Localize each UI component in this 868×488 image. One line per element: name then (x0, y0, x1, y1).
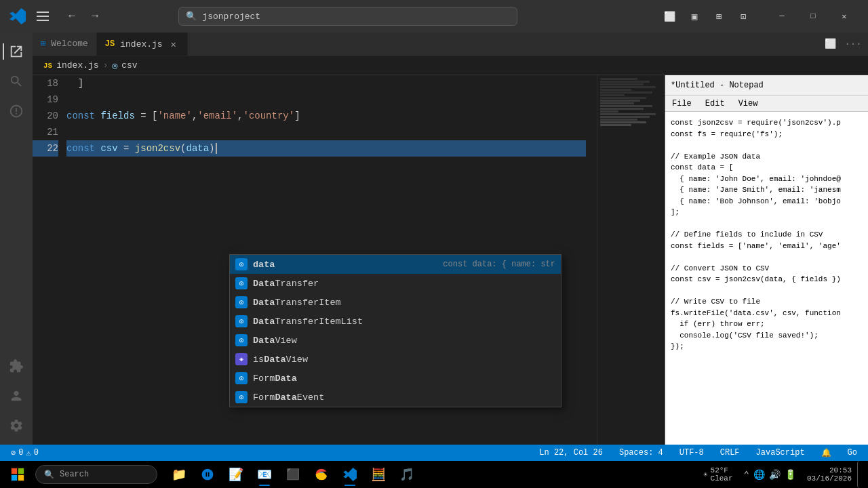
error-count: 0 (18, 448, 23, 458)
breadcrumb-symbol-icon: ◎ (112, 60, 117, 71)
close-button[interactable]: ✕ (829, 0, 860, 33)
notepad-view-menu[interactable]: View (732, 96, 765, 111)
taskbar-spotify[interactable]: 🎵 (393, 461, 420, 488)
taskbar-mail[interactable]: 📧 (251, 461, 278, 488)
ac-item-datatransferitemlist[interactable]: ◎ DataTransferItemList (230, 312, 561, 331)
notepad-line: const json2csv = require('json2csv').p (671, 117, 863, 129)
tray-battery-icon[interactable]: 🔋 (785, 469, 796, 481)
ac-item-isdataview[interactable]: ◈ isDataView (230, 350, 561, 369)
minimize-button[interactable]: ─ (766, 0, 797, 33)
ac-hint-data: const data: { name: str (443, 260, 555, 269)
status-feedback[interactable]: Go (845, 448, 860, 458)
notepad-line: ]; (671, 207, 863, 218)
autocomplete-dropdown: ◎ data const data: { name: str ◎ DataTra… (229, 254, 561, 407)
breadcrumb-symbol[interactable]: csv (121, 60, 137, 70)
notepad-line: }); (671, 341, 863, 352)
status-cursor-position[interactable]: Ln 22, Col 26 (536, 448, 606, 458)
explorer-button[interactable] (3, 38, 30, 65)
notepad-line: const data = [ (671, 162, 863, 174)
start-button[interactable] (5, 462, 30, 487)
notepad-edit-menu[interactable]: Edit (698, 96, 732, 111)
weather-icon: ☀️ (703, 470, 708, 479)
status-encoding[interactable]: UTF-8 (677, 448, 707, 458)
tab-welcome[interactable]: ⊞ Welcome (33, 33, 97, 56)
show-desktop-button[interactable] (857, 461, 863, 488)
notepad-window: *Untitled - Notepad File Edit View const… (665, 75, 868, 445)
status-spaces[interactable]: Spaces: 4 (616, 448, 666, 458)
layout-toggle-button[interactable]: ⬜ (659, 7, 681, 26)
weather-desc: Clear (711, 474, 733, 483)
svg-rect-1 (18, 468, 24, 474)
code-line-18: ] (66, 75, 586, 92)
settings-button[interactable] (3, 412, 30, 439)
taskbar-terminal[interactable]: ⬛ (279, 461, 307, 488)
activity-bar-bottom (3, 352, 30, 439)
title-bar-actions: ⬜ ▣ ⊞ ⊡ (659, 7, 754, 26)
more-actions-icon[interactable]: ··· (844, 35, 863, 54)
notepad-content[interactable]: const json2csv = require('json2csv').p c… (665, 112, 868, 445)
taskbar-calculator[interactable]: 🧮 (365, 461, 392, 488)
status-language[interactable]: JavaScript (753, 448, 808, 458)
taskbar-notepad[interactable]: 📝 (222, 461, 250, 488)
weather-widget[interactable]: ☀️ 52°F Clear (703, 466, 733, 483)
ac-item-formdata[interactable]: ◎ FormData (230, 369, 561, 388)
language-text: JavaScript (756, 448, 805, 458)
ac-item-dataview[interactable]: ◎ DataView (230, 331, 561, 350)
ac-label-datatransfer: DataTransfer (253, 279, 555, 289)
extensions-button[interactable] (3, 352, 30, 380)
tab-indexjs[interactable]: JS index.js ✕ (97, 33, 188, 56)
status-line-ending[interactable]: CRLF (717, 448, 743, 458)
taskbar-edge[interactable] (194, 461, 221, 488)
clock-date: 03/16/2026 (807, 474, 852, 483)
ac-icon-formdataevent: ◎ (235, 391, 248, 403)
weather-temp: 52°F (711, 466, 733, 474)
svg-rect-3 (18, 475, 24, 481)
calculator-icon: 🧮 (371, 467, 386, 482)
error-icon: ⊘ (11, 448, 16, 458)
source-control-button[interactable] (3, 98, 30, 125)
taskbar-vscode[interactable] (336, 461, 363, 488)
encoding-text: UTF-8 (679, 448, 704, 458)
taskbar: 🔍 Search 📁 📝 📧 ⬛ (0, 461, 868, 488)
taskbar-search[interactable]: 🔍 Search (35, 465, 157, 484)
split-editor-icon[interactable]: ⬜ (821, 35, 840, 54)
back-button[interactable]: ← (62, 7, 81, 26)
activity-bar (0, 33, 33, 445)
system-clock[interactable]: 20:53 03/16/2026 (807, 466, 852, 483)
ac-icon-dataview: ◎ (235, 334, 248, 346)
ac-item-data[interactable]: ◎ data const data: { name: str (230, 255, 561, 274)
status-notifications[interactable]: 🔔 (818, 448, 834, 458)
breadcrumb-file[interactable]: index.js (56, 60, 98, 70)
tray-arrow-icon[interactable]: ⌃ (744, 469, 749, 481)
menu-button[interactable] (34, 7, 53, 26)
status-errors[interactable]: ⊘ 0 ⚠ 0 (8, 448, 41, 458)
tray-network-icon[interactable]: 🌐 (753, 469, 765, 481)
account-button[interactable] (3, 382, 30, 409)
tray-sound-icon[interactable]: 🔊 (769, 469, 781, 481)
code-line-21 (66, 124, 586, 140)
notepad-line: const fields = ['name', 'email', 'age' (671, 241, 863, 252)
taskbar-items: 📁 📝 📧 ⬛ (165, 461, 420, 488)
ac-item-formdataevent[interactable]: ◎ FormDataEvent (230, 388, 561, 407)
notepad-line: { name: 'Jane Smith', email: 'janesm (671, 184, 863, 196)
menu-line (37, 12, 49, 13)
maximize-button[interactable]: □ (797, 0, 829, 33)
taskbar-chrome[interactable] (308, 461, 335, 488)
ac-item-datatransfer[interactable]: ◎ DataTransfer (230, 274, 561, 293)
ac-item-datatransferitem[interactable]: ◎ DataTransferItem (230, 293, 561, 312)
notepad-line: // Convert JSON to CSV (671, 263, 863, 274)
customize-layout-button[interactable]: ⊡ (732, 7, 754, 26)
forward-button[interactable]: → (85, 7, 104, 26)
ac-label-dataview: DataView (253, 336, 555, 346)
layout-button[interactable]: ⊞ (708, 7, 730, 26)
breadcrumb-separator: › (103, 60, 108, 70)
taskbar-files[interactable]: 📁 (165, 461, 193, 488)
terminal-icon: ⬛ (286, 468, 300, 481)
search-bar[interactable]: 🔍 jsonproject (178, 7, 517, 26)
split-editor-button[interactable]: ▣ (684, 7, 705, 26)
notepad-file-menu[interactable]: File (665, 96, 698, 111)
tab-close-button[interactable]: ✕ (168, 39, 179, 49)
search-button[interactable] (3, 68, 30, 95)
notepad-line: console.log('CSV file saved!'); (671, 330, 863, 342)
code-editor[interactable]: 18 19 20 21 22 ] const (33, 75, 665, 445)
